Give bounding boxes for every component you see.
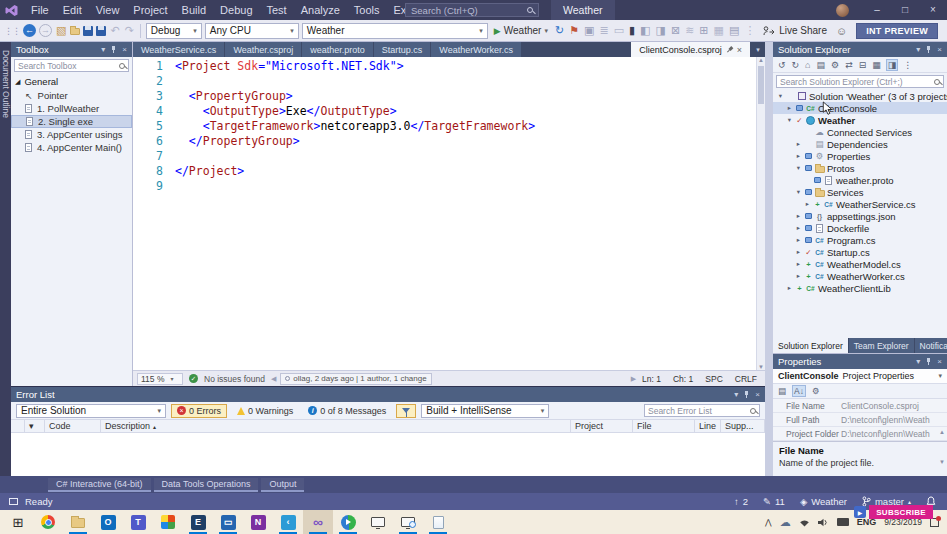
notepad-icon[interactable] [423, 510, 453, 534]
sync-with-active-document-icon[interactable]: ⇄ [844, 60, 854, 70]
nav-forward-icon[interactable]: ↻ [791, 60, 801, 70]
redo-icon[interactable]: ↷ [124, 24, 135, 37]
prev-bookmark-icon[interactable]: ◧ [639, 24, 651, 37]
tree-item-clientconsole[interactable]: ▸C#ClientConsole [773, 102, 947, 114]
preview-selected-items-icon[interactable]: ◨ [886, 59, 899, 71]
snip-tool-icon[interactable] [393, 510, 423, 534]
solution-config-dropdown[interactable]: Debug▾ [146, 23, 202, 39]
error-list-search-input[interactable]: Search Error List [644, 404, 760, 417]
scroll-up-icon[interactable]: ▲ [757, 57, 765, 63]
vertical-splitter[interactable] [765, 42, 773, 476]
outgoing-commits-button[interactable]: ↑2 [734, 496, 748, 507]
menu-tools[interactable]: Tools [347, 0, 387, 20]
code-line[interactable]: 8</Project> [133, 164, 756, 179]
open-file-icon[interactable] [70, 28, 80, 35]
scroll-down-icon[interactable]: ▼ [937, 459, 947, 465]
feedback-icon[interactable]: ☺ [836, 25, 847, 37]
onedrive-cloud-icon[interactable]: ☁ [780, 516, 791, 529]
column-header-line[interactable]: Line [695, 420, 721, 432]
document-outline-side-tab[interactable]: Document Outline [0, 42, 11, 476]
editor-tab-weather-csproj[interactable]: Weather.csproj [225, 42, 301, 57]
toolbox-item-pointer[interactable]: ↖Pointer [11, 89, 132, 102]
property-row-file-name[interactable]: File NameClientConsole.csproj [773, 399, 947, 413]
git-annotation-chip[interactable]: ollag, 2 days ago | 1 author, 1 change [280, 373, 431, 385]
tree-arrow-icon[interactable]: ▸ [794, 248, 803, 256]
tree-item-weather[interactable]: ▾✓Weather [773, 114, 947, 126]
tree-item-services[interactable]: ▾Services [773, 186, 947, 198]
tree-arrow-icon[interactable]: ▸ [803, 200, 812, 208]
tree-item-startup-cs[interactable]: ▸✓C#Startup.cs [773, 246, 947, 258]
tab-overflow-button[interactable]: ▾ [751, 42, 765, 57]
live-share-button[interactable]: Live Share [763, 25, 827, 36]
pin-icon[interactable] [110, 46, 117, 54]
messages-filter-button[interactable]: i0 of 8 Messages [303, 404, 391, 418]
tree-arrow-icon[interactable]: ▾ [785, 116, 794, 124]
window-layout-icon[interactable] [9, 498, 18, 505]
code-line[interactable]: 1<Project Sdk="Microsoft.NET.Sdk"> [133, 59, 756, 74]
toolbox-header[interactable]: Toolbox ▾× [11, 42, 132, 57]
next-bookmark-icon[interactable]: ◨ [655, 24, 667, 37]
nav-back-icon[interactable]: ↺ [777, 60, 787, 70]
pin-icon[interactable] [925, 358, 932, 366]
pin-icon[interactable] [743, 391, 750, 399]
toolbox-item-1-pollweather[interactable]: 1. PollWeather [11, 102, 132, 115]
volume-icon[interactable] [818, 518, 829, 527]
startup-project-dropdown[interactable]: Weather▾ [302, 23, 488, 39]
code-line[interactable]: 9 [133, 179, 756, 194]
camtasia-icon[interactable] [333, 510, 363, 534]
remote-window-icon[interactable]: ▭ [213, 510, 243, 534]
code-area[interactable]: 1<Project Sdk="Microsoft.NET.Sdk">23 <Pr… [133, 57, 756, 370]
home-icon[interactable]: ⌂ [804, 60, 811, 70]
quick-search-input[interactable]: Search (Ctrl+Q) [405, 3, 539, 17]
solution-explorer-header[interactable]: Solution Explorer ▾× [773, 42, 947, 57]
menu-test[interactable]: Test [260, 0, 294, 20]
tree-arrow-icon[interactable]: ▸ [794, 272, 803, 280]
filter-button[interactable] [396, 404, 416, 418]
code-line[interactable]: 4 <OutputType>Exe</OutputType> [133, 104, 756, 119]
pin-icon[interactable] [724, 44, 735, 55]
tree-item-weather-proto[interactable]: weather.proto [773, 174, 947, 186]
comment-icon[interactable]: ▭ [613, 24, 625, 37]
toolbar-grip[interactable]: ⋮⋮ [4, 26, 20, 36]
tree-arrow-icon[interactable]: ▸ [785, 284, 794, 292]
horizontal-scrollbar[interactable]: ◀ ollag, 2 days ago | 1 author, 1 change… [271, 373, 636, 385]
alphabetical-icon[interactable]: A↓ [792, 385, 806, 397]
errors-filter-button[interactable]: ×0 Errors [171, 404, 227, 418]
properties-scrollbar[interactable]: ▲▼ [937, 429, 947, 471]
toolbox-group-general[interactable]: ◢ General [11, 74, 132, 89]
close-icon[interactable]: × [755, 390, 760, 399]
refresh-icon[interactable]: ↻ [554, 24, 565, 37]
solution-explorer-search-input[interactable]: Search Solution Explorer (Ctrl+;) [776, 75, 944, 88]
column-header-description[interactable]: Description▴ [101, 420, 571, 432]
tree-arrow-icon[interactable]: ▸ [794, 224, 803, 232]
column-header-file[interactable]: File [633, 420, 695, 432]
property-row-project-folder[interactable]: Project FolderD:\netconf\glenn\Weath [773, 427, 947, 441]
teams-icon[interactable]: T [123, 510, 153, 534]
property-pages-icon[interactable]: ⚙ [812, 386, 820, 396]
editor-tab-weatherservice-cs[interactable]: WeatherService.cs [133, 42, 224, 57]
tree-arrow-icon[interactable]: ▸ [785, 104, 794, 112]
menu-edit[interactable]: Edit [56, 0, 89, 20]
display-settings-icon[interactable] [363, 510, 393, 534]
error-scope-dropdown[interactable]: Entire Solution▾ [16, 404, 166, 418]
tree-arrow-icon[interactable]: ▾ [776, 92, 785, 100]
wifi-icon[interactable] [799, 518, 810, 527]
bottom-tab-data-tools-operations[interactable]: Data Tools Operations [154, 478, 259, 492]
onenote-icon[interactable]: N [243, 510, 273, 534]
close-icon[interactable]: × [737, 45, 742, 55]
tab-notifications[interactable]: Notifications [915, 338, 947, 353]
tree-arrow-icon[interactable]: ▸ [794, 140, 803, 148]
clear-bookmarks-icon[interactable]: ⊠ [670, 24, 681, 37]
pending-changes-button[interactable]: ✎11 [763, 496, 785, 507]
warnings-filter-button[interactable]: 0 Warnings [232, 404, 298, 418]
menu-view[interactable]: View [89, 0, 127, 20]
screen-recorder-icon[interactable]: E [183, 510, 213, 534]
editor-tab-startup-cs[interactable]: Startup.cs [374, 42, 431, 57]
subscribe-button[interactable]: SUBSCRIBE [869, 505, 933, 519]
tree-item-weathermodel-cs[interactable]: ▸+C#WeatherModel.cs [773, 258, 947, 270]
editor-tab-clientconsole-csproj[interactable]: ClientConsole.csproj× [631, 42, 750, 57]
pending-changes-filter-icon[interactable]: ⚙ [830, 60, 840, 70]
scroll-right-icon[interactable]: ▶ [631, 375, 636, 383]
code-line[interactable]: 3 <PropertyGroup> [133, 89, 756, 104]
show-all-files-icon[interactable]: ▦ [871, 60, 882, 70]
